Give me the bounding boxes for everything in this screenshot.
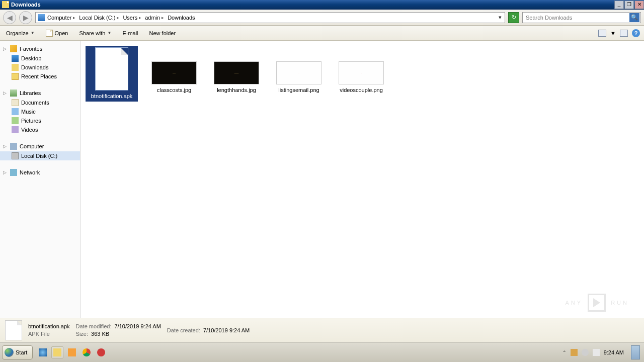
music-icon <box>12 108 19 115</box>
file-name: classcosts.jpg <box>156 86 192 94</box>
network-header[interactable]: ▷Network <box>0 167 80 177</box>
computer-icon <box>10 143 17 150</box>
shield-icon <box>97 348 105 356</box>
window-title: Downloads <box>11 2 41 8</box>
disk-icon <box>12 152 19 159</box>
file-name: btnotification.apk <box>90 93 134 100</box>
view-dropdown-icon[interactable]: ▼ <box>610 30 616 36</box>
breadcrumb-admin[interactable]: admin▸ <box>144 15 167 21</box>
downloads-icon <box>12 64 19 71</box>
sidebar-item-pictures[interactable]: Pictures <box>0 116 80 125</box>
navigation-pane: ▷Favorites Desktop Downloads Recent Plac… <box>0 41 80 318</box>
file-icon <box>46 30 53 37</box>
address-bar[interactable]: Computer▸ Local Disk (C:)▸ Users▸ admin▸… <box>35 12 505 23</box>
windows-orb-icon <box>5 348 14 357</box>
view-button[interactable] <box>620 30 628 37</box>
search-box[interactable]: Search Downloads 🔍 <box>522 12 641 23</box>
libraries-header[interactable]: ▷Libraries <box>0 88 80 98</box>
image-thumbnail: · <box>276 61 321 84</box>
modified-value: 7/10/2019 9:24 AM <box>115 323 161 329</box>
forward-button[interactable]: ▶ <box>19 11 32 24</box>
file-name: videoscouple.png <box>339 86 384 94</box>
preview-pane-button[interactable] <box>598 30 606 37</box>
email-button[interactable]: E-mail <box>120 29 140 37</box>
documents-icon <box>12 99 19 106</box>
chevron-up-icon[interactable]: ⌃ <box>562 350 567 355</box>
sidebar-item-recent[interactable]: Recent Places <box>0 72 80 81</box>
command-bar: Organize▼ Open Share with▼ E-mail New fo… <box>0 26 644 41</box>
sidebar-item-videos[interactable]: Videos <box>0 125 80 134</box>
star-icon <box>10 45 17 52</box>
file-item[interactable]: btnotification.apk <box>86 46 138 102</box>
start-button[interactable]: Start <box>2 345 33 359</box>
volume-icon[interactable] <box>582 349 589 356</box>
file-name: lengthhands.jpg <box>216 86 257 94</box>
file-item[interactable]: — classcosts.jpg <box>148 46 200 96</box>
search-icon[interactable]: 🔍 <box>629 13 639 22</box>
media-icon <box>68 348 76 356</box>
nav-bar: ◀ ▶ Computer▸ Local Disk (C:)▸ Users▸ ad… <box>0 10 644 26</box>
image-thumbnail: — <box>151 61 197 84</box>
pictures-icon <box>12 117 19 124</box>
favorites-header[interactable]: ▷Favorites <box>0 44 80 54</box>
details-filename: btnotification.apk <box>28 323 70 329</box>
libraries-icon <box>10 89 17 97</box>
minimize-button[interactable]: _ <box>614 1 624 9</box>
sidebar-item-downloads[interactable]: Downloads <box>0 63 80 72</box>
system-tray: ⌃ 9:24 AM <box>562 345 642 359</box>
watermark: ANYRUN <box>566 294 629 312</box>
address-dropdown-icon[interactable]: ▾ <box>497 14 504 21</box>
videos-icon <box>12 126 19 133</box>
search-placeholder: Search Downloads <box>526 15 572 21</box>
breadcrumb-computer[interactable]: Computer▸ <box>46 15 78 21</box>
maximize-button[interactable]: ❐ <box>624 1 634 9</box>
breadcrumb-users[interactable]: Users▸ <box>122 15 144 21</box>
play-icon <box>588 294 606 312</box>
file-icon <box>95 47 128 90</box>
close-button[interactable]: ✕ <box>634 1 644 9</box>
taskbar-ie-icon[interactable] <box>37 346 49 358</box>
taskbar-chrome-icon[interactable] <box>80 346 93 358</box>
size-label: Size: <box>76 331 88 337</box>
open-button[interactable]: Open <box>44 29 70 38</box>
details-filetype: APK File <box>28 331 70 337</box>
title-bar: Downloads _ ❐ ✕ <box>0 0 644 10</box>
file-item[interactable]: ── lengthhands.jpg <box>210 46 263 96</box>
new-folder-button[interactable]: New folder <box>147 29 178 37</box>
network-icon <box>10 169 17 176</box>
taskbar-app-icon[interactable] <box>95 346 107 358</box>
show-desktop-button[interactable] <box>631 345 640 359</box>
folder-icon <box>53 348 61 356</box>
drive-icon <box>38 14 45 21</box>
file-item[interactable]: · videoscouple.png <box>335 46 387 96</box>
taskbar-media-icon[interactable] <box>66 346 78 358</box>
sidebar-item-local-disk[interactable]: Local Disk (C:) <box>0 151 80 160</box>
sidebar-item-music[interactable]: Music <box>0 107 80 116</box>
organize-button[interactable]: Organize▼ <box>4 29 37 37</box>
taskbar-explorer-icon[interactable] <box>51 346 63 358</box>
breadcrumb-downloads[interactable]: Downloads <box>167 15 196 21</box>
image-thumbnail: ── <box>214 61 259 84</box>
created-label: Date created: <box>167 327 200 333</box>
flag-icon[interactable] <box>593 349 600 356</box>
breadcrumb-drive[interactable]: Local Disk (C:)▸ <box>78 15 122 21</box>
sidebar-item-desktop[interactable]: Desktop <box>0 54 80 63</box>
refresh-button[interactable]: ↻ <box>508 12 519 23</box>
file-item[interactable]: · listingsemail.png <box>273 46 325 96</box>
details-pane: btnotification.apk APK File Date modifie… <box>0 318 644 342</box>
sidebar-item-documents[interactable]: Documents <box>0 98 80 107</box>
created-value: 7/10/2019 9:24 AM <box>203 327 250 333</box>
share-button[interactable]: Share with▼ <box>77 29 113 37</box>
file-list[interactable]: btnotification.apk — classcosts.jpg ── l… <box>80 41 644 318</box>
recent-icon <box>12 73 19 80</box>
chrome-icon <box>83 348 91 356</box>
help-icon[interactable]: ? <box>632 29 640 37</box>
file-icon <box>5 320 22 340</box>
clock[interactable]: 9:24 AM <box>604 349 624 355</box>
action-center-icon[interactable] <box>571 349 578 356</box>
ie-icon <box>39 348 47 356</box>
desktop-icon <box>12 55 19 62</box>
back-button[interactable]: ◀ <box>3 11 16 24</box>
computer-header[interactable]: ▷Computer <box>0 141 80 151</box>
size-value: 363 KB <box>91 331 109 337</box>
